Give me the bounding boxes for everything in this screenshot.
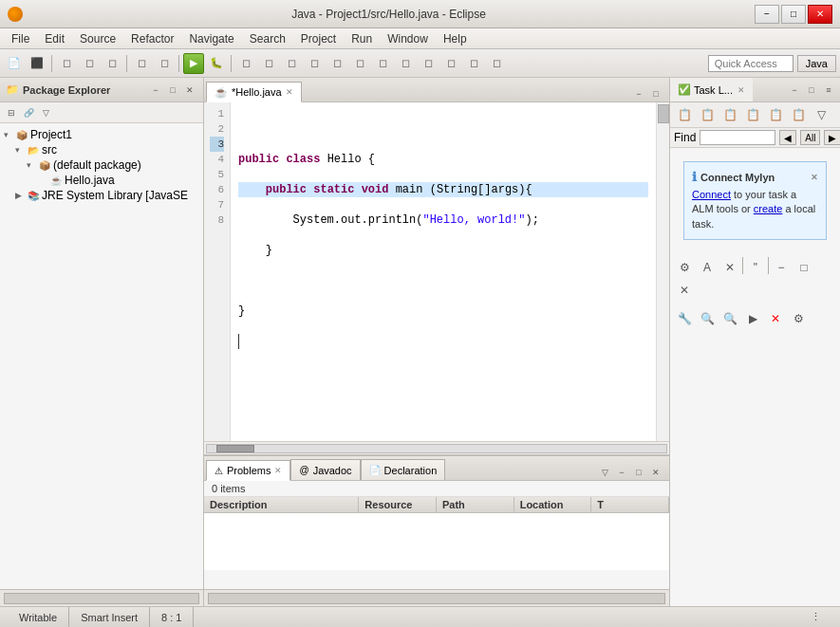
menu-edit[interactable]: Edit [37, 30, 72, 47]
tree-item-project[interactable]: ▾ 📦 Project1 [4, 127, 199, 142]
toolbar-btn-14[interactable]: ◻ [372, 53, 393, 74]
menu-help[interactable]: Help [436, 30, 475, 47]
task-list-tab[interactable]: ✅ Task L... ✕ [670, 78, 753, 101]
javadoc-tab[interactable]: @ Javadoc [290, 459, 360, 480]
menu-run[interactable]: Run [344, 30, 380, 47]
find-input[interactable] [700, 130, 775, 145]
collapse-all-button[interactable]: ⊟ [4, 105, 19, 120]
tree-item-default-package[interactable]: ▾ 📦 (default package) [4, 157, 199, 173]
toolbar-btn-19[interactable]: ◻ [486, 53, 507, 74]
editor-maximize-button[interactable]: □ [648, 86, 663, 101]
task-action-minimize[interactable]: − [771, 257, 792, 278]
toolbar-btn-12[interactable]: ◻ [327, 53, 347, 74]
task-btn-7[interactable]: ▽ [811, 104, 831, 125]
toolbar-new-button[interactable]: 📄 [4, 53, 25, 74]
close-button[interactable]: ✕ [808, 5, 832, 24]
mylyn-create-link[interactable]: create [754, 203, 783, 214]
editor-tab-hello[interactable]: ☕ *Hello.java ✕ [206, 82, 302, 102]
toolbar-btn-6[interactable]: ◻ [131, 53, 152, 74]
view-menu-button[interactable]: ▽ [38, 105, 53, 120]
problems-tab-close[interactable]: ✕ [274, 466, 282, 475]
toolbar-btn-2[interactable]: ⬛ [27, 53, 47, 74]
tree-item-hello-java[interactable]: ▾ ☕ Hello.java [4, 173, 199, 188]
task-btn-6[interactable]: 📋 [788, 104, 809, 125]
toolbar-btn-11[interactable]: ◻ [304, 53, 325, 74]
task-action-9[interactable]: ✕ [765, 308, 786, 329]
problems-tab[interactable]: ⚠ Problems ✕ [206, 460, 290, 481]
toolbar-btn-5[interactable]: ◻ [102, 53, 122, 74]
panel-maximize-button[interactable]: □ [165, 83, 180, 98]
task-action-1[interactable]: ⚙ [674, 257, 695, 278]
code-editor[interactable]: public class Hello { public static void … [231, 102, 656, 441]
bottom-scrollbar[interactable] [208, 593, 665, 604]
toolbar-btn-8[interactable]: ◻ [235, 53, 256, 74]
menu-file[interactable]: File [4, 30, 37, 47]
mylyn-close-button[interactable]: ✕ [811, 173, 818, 182]
link-editor-button[interactable]: 🔗 [21, 105, 36, 120]
toolbar-run-button[interactable]: ▶ [183, 53, 204, 74]
declaration-tab[interactable]: 📄 Declaration [361, 459, 446, 480]
mylyn-connect-link[interactable]: Connect [692, 189, 731, 200]
quick-access-input[interactable] [708, 55, 793, 72]
toolbar-btn-17[interactable]: ◻ [440, 53, 461, 74]
toolbar-btn-13[interactable]: ◻ [349, 53, 370, 74]
toolbar-btn-15[interactable]: ◻ [395, 53, 416, 74]
bottom-maximize-button[interactable]: □ [631, 465, 646, 480]
task-action-4[interactable]: " [745, 257, 766, 278]
menu-source[interactable]: Source [72, 30, 123, 47]
editor-scroll-track[interactable] [206, 444, 667, 453]
tree-item-jre[interactable]: ▶ 📚 JRE System Library [JavaSE [4, 188, 199, 203]
editor-vertical-scrollbar[interactable] [656, 102, 669, 441]
expand-package-arrow: ▾ [27, 160, 36, 170]
find-back-button[interactable]: ◀ [779, 130, 796, 145]
menu-refactor[interactable]: Refactor [123, 30, 181, 47]
task-new-button[interactable]: 📋 [674, 104, 695, 125]
bottom-minimize-button[interactable]: − [614, 465, 629, 480]
toolbar-btn-10[interactable]: ◻ [281, 53, 302, 74]
find-forward-button[interactable]: ▶ [824, 130, 840, 145]
task-action-close[interactable]: ✕ [674, 280, 695, 301]
toolbar-debug-button[interactable]: 🐛 [206, 53, 227, 74]
menu-search[interactable]: Search [242, 30, 293, 47]
toolbar-btn-3[interactable]: ◻ [56, 53, 77, 74]
task-side-button[interactable]: ≡ [821, 83, 836, 98]
menu-navigate[interactable]: Navigate [181, 30, 241, 47]
toolbar-btn-16[interactable]: ◻ [418, 53, 439, 74]
task-action-2[interactable]: A [697, 257, 718, 278]
editor-scroll-thumb[interactable] [658, 104, 669, 123]
task-action-8[interactable]: ▶ [742, 308, 763, 329]
task-action-10[interactable]: ⚙ [788, 308, 809, 329]
maximize-button[interactable]: □ [781, 5, 806, 24]
find-all-button[interactable]: All [800, 130, 820, 145]
menu-window[interactable]: Window [380, 30, 436, 47]
editor-minimize-button[interactable]: − [631, 86, 646, 101]
task-btn-3[interactable]: 📋 [719, 104, 740, 125]
task-action-7[interactable]: 🔍 [719, 308, 740, 329]
task-list-tab-close[interactable]: ✕ [737, 85, 745, 95]
task-action-maximize[interactable]: □ [793, 257, 814, 278]
src-label: src [42, 143, 57, 157]
task-action-5[interactable]: 🔧 [674, 308, 695, 329]
panel-close-button[interactable]: ✕ [182, 83, 197, 98]
minimize-button[interactable]: − [755, 5, 779, 24]
editor-scroll-horizontal-thumb[interactable] [216, 445, 254, 452]
menu-project[interactable]: Project [293, 30, 344, 47]
task-btn-4[interactable]: 📋 [742, 104, 763, 125]
panel-minimize-button[interactable]: − [148, 83, 163, 98]
task-action-6[interactable]: 🔍 [697, 308, 718, 329]
toolbar-btn-18[interactable]: ◻ [463, 53, 484, 74]
task-btn-5[interactable]: 📋 [765, 104, 786, 125]
bottom-close-button[interactable]: ✕ [648, 465, 663, 480]
toolbar-btn-7[interactable]: ◻ [154, 53, 175, 74]
task-maximize-button[interactable]: □ [804, 83, 819, 98]
perspective-btn-java[interactable]: Java [797, 55, 836, 72]
toolbar-btn-4[interactable]: ◻ [79, 53, 100, 74]
bottom-filter-button[interactable]: ▽ [597, 465, 612, 480]
task-minimize-button[interactable]: − [787, 83, 802, 98]
task-action-3[interactable]: ✕ [719, 257, 740, 278]
editor-tab-close-button[interactable]: ✕ [286, 87, 293, 97]
left-panel-scrollbar[interactable] [4, 593, 199, 604]
tree-item-src[interactable]: ▾ 📂 src [4, 142, 199, 157]
task-btn-2[interactable]: 📋 [697, 104, 718, 125]
toolbar-btn-9[interactable]: ◻ [258, 53, 279, 74]
